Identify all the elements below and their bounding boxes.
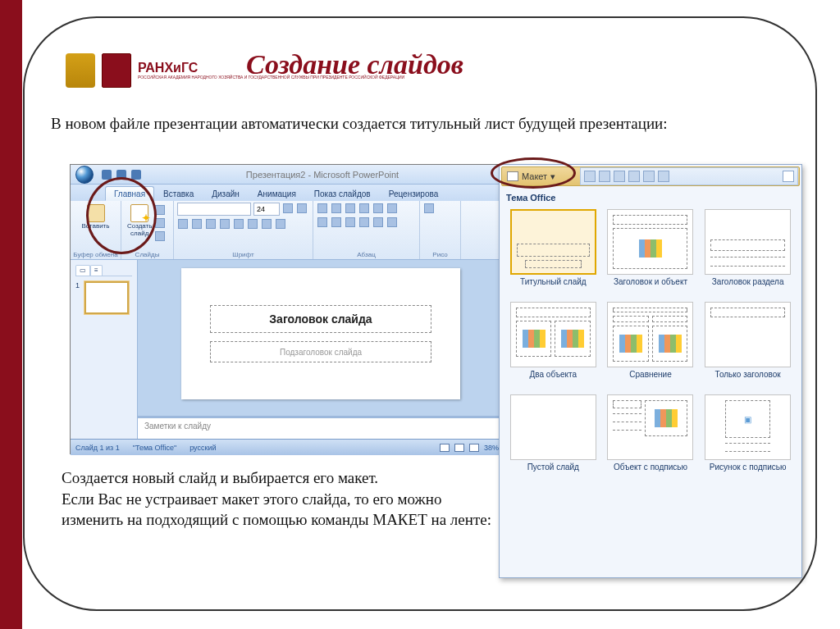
- chevron-down-icon: ▾: [550, 171, 555, 182]
- window-titlebar: Презентация2 - Microsoft PowerPoint: [71, 165, 504, 185]
- layout-title-slide[interactable]: Титульный слайд: [506, 209, 600, 297]
- new-slide-label: Создать слайд: [127, 223, 152, 238]
- layout-button-icon: [507, 171, 518, 181]
- shapes-gallery-icon[interactable]: [584, 171, 596, 182]
- align-center-icon[interactable]: [331, 217, 341, 227]
- find-icon[interactable]: [783, 171, 794, 182]
- text-direction-icon[interactable]: [387, 203, 397, 213]
- tab-design[interactable]: Дизайн: [203, 186, 249, 201]
- font-family-combo[interactable]: [177, 203, 251, 216]
- redo-icon[interactable]: [131, 170, 141, 180]
- shape-effects-icon[interactable]: [658, 171, 669, 182]
- tab-animation[interactable]: Анимация: [249, 186, 305, 201]
- line-spacing-icon[interactable]: [373, 203, 383, 213]
- delete-icon[interactable]: [155, 231, 165, 241]
- justify-icon[interactable]: [359, 217, 369, 227]
- subtitle-placeholder[interactable]: Подзаголовок слайда: [210, 341, 431, 362]
- office-orb[interactable]: [71, 165, 98, 185]
- layout-label: Объект с подписью: [614, 463, 687, 482]
- layout-comparison[interactable]: Сравнение: [604, 302, 698, 390]
- shadow-icon[interactable]: [234, 219, 244, 229]
- strike-icon[interactable]: [220, 219, 230, 229]
- content-icons-icon: [561, 330, 584, 348]
- underline-icon[interactable]: [206, 219, 216, 229]
- quick-styles-icon[interactable]: [614, 171, 625, 182]
- layout-section-header[interactable]: Заголовок раздела: [701, 209, 795, 297]
- side-accent-bar: [0, 0, 22, 629]
- spacing-icon[interactable]: [248, 219, 258, 229]
- layout-title-content[interactable]: Заголовок и объект: [604, 209, 698, 297]
- slides-tab-icon[interactable]: ≡: [90, 265, 103, 276]
- paste-button[interactable]: Вставить: [74, 203, 117, 232]
- slide-canvas[interactable]: Заголовок слайда Подзаголовок слайда: [181, 268, 460, 399]
- shape-fill-icon[interactable]: [628, 171, 640, 182]
- status-slide: Слайд 1 из 1: [75, 444, 120, 452]
- layout-label: Сравнение: [629, 370, 671, 390]
- bullets-icon[interactable]: [317, 203, 327, 213]
- save-icon[interactable]: [102, 170, 112, 180]
- indent-dec-icon[interactable]: [345, 203, 355, 213]
- undo-icon[interactable]: [116, 170, 126, 180]
- sorter-view-icon[interactable]: [454, 444, 464, 452]
- notes-pane[interactable]: Заметки к слайду: [138, 416, 504, 439]
- slide-number-1: 1: [75, 281, 80, 289]
- book-icon: [102, 53, 131, 88]
- intro-paragraph: В новом файле презентации автоматически …: [51, 113, 789, 134]
- layout-label: Только заголовок: [715, 370, 781, 390]
- new-slide-icon: ✦: [130, 204, 148, 222]
- align-text-icon[interactable]: [387, 217, 397, 227]
- layout-icon[interactable]: [155, 205, 165, 215]
- slideshow-view-icon[interactable]: [469, 444, 479, 452]
- shape-icon[interactable]: [424, 203, 434, 213]
- group-clipboard: Вставить Буфер обмена: [71, 201, 121, 259]
- quick-access-toolbar: [98, 170, 141, 180]
- case-icon[interactable]: [262, 219, 272, 229]
- shape-outline-icon[interactable]: [643, 171, 655, 182]
- grow-font-icon[interactable]: [283, 203, 293, 213]
- layout-content-caption[interactable]: Объект с подписью: [604, 394, 698, 482]
- arrange-icon[interactable]: [599, 171, 610, 182]
- layout-title-only[interactable]: Только заголовок: [701, 302, 795, 390]
- layout-grid: Титульный слайд Заголовок и объект Загол…: [500, 206, 801, 489]
- align-right-icon[interactable]: [345, 217, 355, 227]
- columns-icon[interactable]: [373, 217, 383, 227]
- layout-blank[interactable]: Пустой слайд: [506, 394, 600, 482]
- indent-inc-icon[interactable]: [359, 203, 369, 213]
- layout-two-content[interactable]: Два объекта: [506, 302, 600, 390]
- ribbon-tabs: Главная Вставка Дизайн Анимация Показ сл…: [71, 185, 504, 201]
- emblem-icon: [66, 53, 95, 88]
- bold-icon[interactable]: [178, 219, 188, 229]
- reset-icon[interactable]: [155, 218, 165, 228]
- tab-slideshow[interactable]: Показ слайдов: [305, 186, 380, 201]
- slide-thumbnails-pane: ▭ ≡ 1: [71, 260, 138, 439]
- shrink-font-icon[interactable]: [297, 203, 307, 213]
- layout-picture-caption[interactable]: ▣ Рисунок с подписью: [701, 394, 795, 482]
- tab-home[interactable]: Главная: [105, 186, 154, 201]
- tab-review[interactable]: Рецензирова: [380, 186, 448, 201]
- italic-icon[interactable]: [192, 219, 202, 229]
- layout-label: Пустой слайд: [527, 463, 579, 482]
- title-placeholder[interactable]: Заголовок слайда: [210, 305, 431, 333]
- normal-view-icon[interactable]: [440, 444, 450, 452]
- new-slide-button[interactable]: ✦ Создать слайд: [125, 203, 154, 242]
- numbering-icon[interactable]: [331, 203, 341, 213]
- font-size-combo[interactable]: 24: [253, 203, 280, 216]
- layout-gallery-panel: Макет ▾ Тема Office Титульный слайд: [499, 164, 802, 578]
- content-icons-icon: [523, 330, 546, 348]
- layout-label: Два объекта: [530, 370, 578, 390]
- outline-tab-icon[interactable]: ▭: [75, 265, 90, 276]
- picture-icon: ▣: [744, 415, 751, 424]
- status-bar: Слайд 1 из 1 "Тема Office" русский 38%: [71, 439, 504, 455]
- powerpoint-window: Презентация2 - Microsoft PowerPoint Глав…: [70, 164, 504, 454]
- font-color-icon[interactable]: [276, 219, 285, 229]
- layout-label: Заголовок раздела: [712, 277, 784, 297]
- align-left-icon[interactable]: [317, 217, 327, 227]
- slide-thumbnail-1[interactable]: [84, 281, 129, 314]
- ribbon: Вставить Буфер обмена ✦ Создать слайд Сл…: [71, 201, 504, 260]
- paste-icon: [87, 204, 105, 222]
- status-language: русский: [189, 444, 216, 452]
- body-paragraph: Создается новый слайд и выбирается его м…: [62, 467, 496, 531]
- group-paragraph: Абзац: [313, 201, 420, 259]
- tab-insert[interactable]: Вставка: [154, 186, 203, 201]
- page-title: Создание слайдов: [246, 49, 463, 80]
